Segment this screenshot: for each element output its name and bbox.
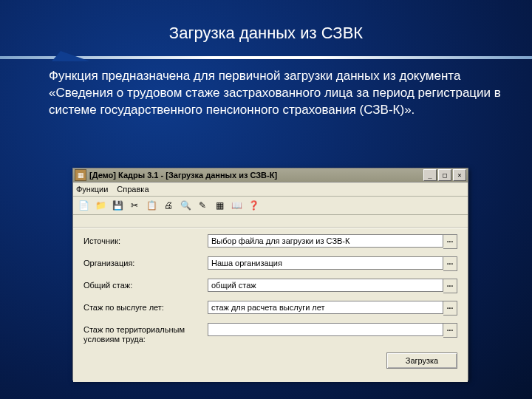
browse-org-button[interactable]: ··· bbox=[443, 256, 457, 271]
accent-bar bbox=[0, 56, 532, 59]
field-row-total: Общий стаж: ··· bbox=[83, 279, 457, 293]
menu-help[interactable]: Справка bbox=[117, 185, 149, 194]
maximize-button[interactable]: □ bbox=[438, 169, 451, 181]
edit-icon[interactable]: ✎ bbox=[195, 198, 210, 213]
menubar: Функции Справка bbox=[73, 183, 468, 197]
search-icon[interactable]: 🔍 bbox=[178, 198, 193, 213]
field-row-territorial: Стаж по территориальным условиям труда: … bbox=[83, 323, 457, 344]
minimize-button[interactable]: _ bbox=[423, 169, 437, 181]
label-total: Общий стаж: bbox=[83, 279, 208, 290]
book-icon[interactable]: 📖 bbox=[229, 198, 244, 213]
grid-icon[interactable]: ▦ bbox=[212, 198, 227, 213]
divider-top bbox=[73, 227, 468, 228]
paste-icon[interactable]: 📋 bbox=[144, 198, 159, 213]
input-source[interactable] bbox=[208, 234, 443, 248]
slide-description: Функция предназначена для первичной загр… bbox=[0, 59, 532, 119]
input-territorial[interactable] bbox=[208, 323, 443, 336]
titlebar: ▦ [Демо] Кадры 3.1 - [Загрузка данных из… bbox=[73, 168, 468, 183]
save-icon[interactable]: 💾 bbox=[110, 198, 125, 213]
browse-territorial-button[interactable]: ··· bbox=[443, 323, 457, 338]
slide-title: Загрузка данных из СЗВК bbox=[0, 0, 532, 43]
app-icon: ▦ bbox=[75, 169, 86, 181]
input-total[interactable] bbox=[208, 279, 443, 292]
print-icon[interactable]: 🖨 bbox=[161, 198, 176, 213]
field-row-service: Стаж по выслуге лет: ··· bbox=[83, 301, 457, 316]
browse-total-button[interactable]: ··· bbox=[443, 279, 457, 293]
help-icon[interactable]: ❓ bbox=[246, 198, 261, 213]
accent-wedge bbox=[52, 51, 90, 61]
app-window: ▦ [Демо] Кадры 3.1 - [Загрузка данных из… bbox=[72, 168, 468, 381]
window-title: [Демо] Кадры 3.1 - [Загрузка данных из С… bbox=[89, 171, 422, 180]
load-button[interactable]: Загрузка bbox=[386, 352, 457, 369]
cut-icon[interactable]: ✂ bbox=[127, 198, 142, 213]
input-org[interactable] bbox=[208, 256, 443, 270]
browse-service-button[interactable]: ··· bbox=[443, 301, 457, 316]
field-row-org: Организация: ··· bbox=[83, 256, 457, 271]
toolbar: 📄 📁 💾 ✂ 📋 🖨 🔍 ✎ ▦ 📖 ❓ bbox=[73, 197, 468, 215]
input-service[interactable] bbox=[208, 301, 443, 314]
open-icon[interactable]: 📁 bbox=[93, 198, 108, 213]
close-button[interactable]: × bbox=[453, 169, 466, 181]
menu-functions[interactable]: Функции bbox=[76, 185, 108, 194]
label-service: Стаж по выслуге лет: bbox=[83, 301, 208, 313]
label-org: Организация: bbox=[83, 256, 208, 268]
new-icon[interactable]: 📄 bbox=[76, 198, 91, 213]
label-source: Источник: bbox=[83, 234, 208, 246]
form-body: Источник: ··· Организация: ··· Общий ста… bbox=[73, 215, 468, 382]
field-row-source: Источник: ··· bbox=[83, 234, 457, 249]
label-territorial: Стаж по территориальным условиям труда: bbox=[83, 323, 208, 344]
browse-source-button[interactable]: ··· bbox=[443, 234, 457, 249]
